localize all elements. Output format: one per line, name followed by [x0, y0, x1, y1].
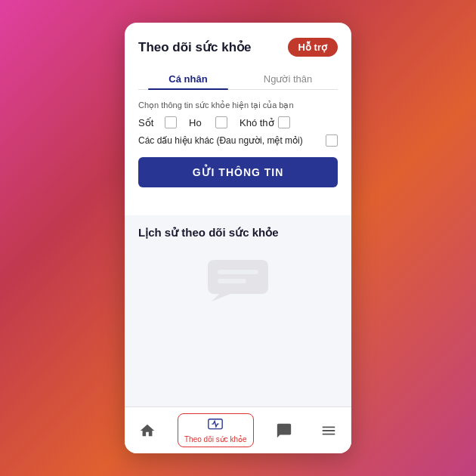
phone-card: Theo dõi sức khỏe Hỗ trợ Cá nhân Người t…: [125, 23, 351, 453]
chat-icon: [276, 422, 292, 439]
other-symptom-checkbox[interactable]: [326, 134, 338, 147]
section-label: Chọn thông tin sức khỏe hiện tại của bạn: [138, 100, 338, 110]
tab-ca-nhan[interactable]: Cá nhân: [138, 67, 238, 89]
header-row: Theo dõi sức khỏe Hỗ trợ: [138, 38, 338, 57]
symptom-ho-label: Ho: [189, 117, 212, 128]
nav-menu[interactable]: [314, 419, 343, 442]
nav-theo-doi[interactable]: Theo dõi sức khỏe: [178, 413, 254, 447]
symptom-sot-checkbox[interactable]: [165, 116, 177, 128]
nav-home[interactable]: [133, 419, 162, 442]
symptom-kho-tho-checkbox[interactable]: [278, 116, 290, 128]
empty-state-icon: [204, 256, 272, 301]
svg-rect-3: [218, 279, 246, 283]
tab-nguoi-than[interactable]: Người thân: [238, 67, 338, 89]
history-empty: [138, 249, 338, 309]
symptom-ho: Ho: [189, 116, 227, 128]
help-button[interactable]: Hỗ trợ: [288, 38, 338, 57]
symptom-sot: Sốt: [138, 116, 177, 128]
history-title: Lịch sử theo dõi sức khỏe: [138, 226, 338, 240]
submit-button[interactable]: GỬI THÔNG TIN: [138, 157, 338, 187]
nav-chat[interactable]: [270, 419, 298, 442]
svg-marker-1: [212, 294, 230, 301]
other-symptom-label: Các dấu hiệu khác (Đau người, mệt mỏi): [138, 135, 303, 146]
svg-rect-0: [208, 260, 268, 294]
nav-theo-doi-label: Theo dõi sức khỏe: [184, 435, 247, 444]
symptom-kho-tho-label: Khó thở: [240, 117, 274, 128]
symptoms-row: Sốt Ho Khó thở: [138, 116, 338, 128]
main-content: Theo dõi sức khỏe Hỗ trợ Cá nhân Người t…: [125, 23, 351, 215]
symptom-kho-tho: Khó thở: [240, 116, 290, 128]
symptom-ho-checkbox[interactable]: [215, 116, 227, 128]
symptom-sot-label: Sốt: [138, 117, 161, 128]
page-title: Theo dõi sức khỏe: [138, 39, 251, 55]
health-icon: [207, 417, 224, 434]
svg-rect-2: [218, 270, 258, 274]
menu-icon: [320, 422, 337, 439]
other-symptom-row: Các dấu hiệu khác (Đau người, mệt mỏi): [138, 134, 338, 147]
bottom-nav: Theo dõi sức khỏe: [125, 406, 351, 453]
home-icon: [139, 422, 156, 439]
tabs-row: Cá nhân Người thân: [138, 67, 338, 90]
history-area: Lịch sử theo dõi sức khỏe: [125, 215, 351, 406]
